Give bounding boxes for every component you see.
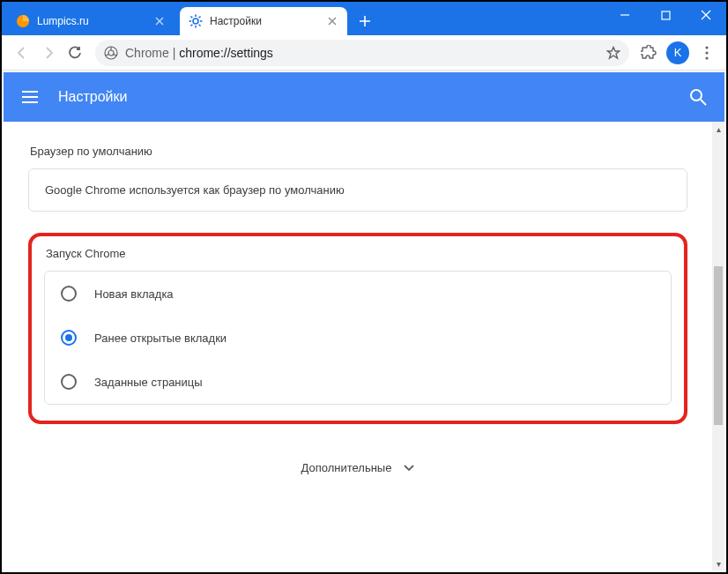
svg-point-32 [691,90,702,101]
advanced-toggle-button[interactable]: Дополнительные [301,461,415,474]
svg-point-3 [193,19,198,24]
tab-lumpics[interactable]: Lumpics.ru [7,7,175,35]
svg-point-27 [705,51,708,54]
svg-line-11 [191,25,193,26]
tab-title: Lumpics.ru [37,15,146,27]
bookmark-star-icon[interactable] [606,46,620,60]
default-browser-status: Google Chrome используется как браузер п… [45,183,345,197]
radio-icon [61,286,77,302]
settings-title: Настройки [58,89,687,105]
page-content: Настройки ▴ ▾ Браузер по умолчанию Googl… [4,72,724,570]
svg-line-10 [199,17,201,19]
back-button[interactable] [9,40,35,66]
maximize-button[interactable] [645,2,686,28]
svg-line-33 [701,100,706,105]
chrome-icon [104,46,118,60]
advanced-label: Дополнительные [301,461,392,474]
radio-icon [61,374,77,390]
scrollbar-thumb[interactable] [714,266,723,425]
window-controls [605,2,726,35]
scrollbar-up-button[interactable]: ▴ [712,122,724,136]
radio-label: Заданные страницы [94,376,203,389]
svg-point-28 [705,56,708,59]
browser-title-bar: Lumpics.ru Настройки [2,2,726,35]
extensions-icon[interactable] [636,41,661,65]
startup-option-continue[interactable]: Ранее открытые вкладки [45,316,671,360]
address-bar[interactable]: Chrome | chrome://settings [95,40,629,66]
radio-label: Ранее открытые вкладки [94,332,227,345]
settings-body: Браузер по умолчанию Google Chrome испол… [4,122,712,570]
close-icon[interactable] [153,15,166,27]
browser-menu-button[interactable] [695,41,719,65]
svg-line-9 [199,25,201,26]
settings-header: Настройки [4,72,724,122]
reload-button[interactable] [62,40,88,66]
svg-rect-17 [662,11,670,19]
default-browser-section-label: Браузер по умолчанию [30,145,687,158]
minimize-button[interactable] [605,2,645,28]
lumpics-favicon [16,14,30,28]
browser-toolbar: Chrome | chrome://settings K [2,35,726,71]
new-tab-button[interactable] [353,9,377,34]
search-icon[interactable] [687,86,709,108]
startup-option-specific-pages[interactable]: Заданные страницы [45,360,671,404]
advanced-section: Дополнительные [28,449,687,496]
svg-marker-25 [608,47,620,58]
hamburger-icon[interactable] [19,86,41,108]
close-icon[interactable] [326,15,338,27]
radio-label: Новая вкладка [94,287,174,301]
on-startup-section-label: Запуск Chrome [46,247,672,260]
tab-settings[interactable]: Настройки [180,7,347,35]
svg-point-26 [705,46,708,48]
radio-icon [61,330,77,346]
avatar-letter: K [674,46,682,59]
on-startup-card: Новая вкладка Ранее открытые вкладки Зад… [44,271,672,405]
chevron-down-icon [404,465,414,472]
on-startup-highlight: Запуск Chrome Новая вкладка Ранее открыт… [28,233,687,424]
tab-title: Настройки [210,15,319,27]
forward-button[interactable] [35,40,62,66]
gear-icon [189,14,203,28]
default-browser-card: Google Chrome используется как браузер п… [28,168,687,212]
startup-option-new-tab[interactable]: Новая вкладка [45,272,671,316]
svg-line-8 [191,17,193,19]
profile-avatar[interactable]: K [666,41,689,64]
window-close-button[interactable] [686,2,726,28]
scrollbar-down-button[interactable]: ▾ [712,556,724,570]
url-text: Chrome | chrome://settings [125,46,599,60]
